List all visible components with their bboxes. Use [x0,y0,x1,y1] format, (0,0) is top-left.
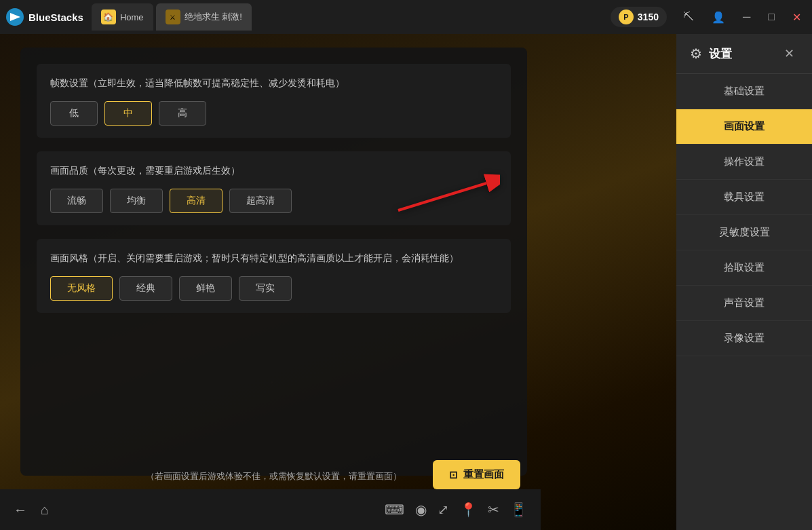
macros-icon[interactable]: ⛏ [678,8,699,26]
sidebar-item-basic-label: 基础设置 [724,85,765,96]
eye-icon[interactable]: ◉ [415,501,427,518]
minimize-button[interactable]: ─ [737,8,756,26]
sidebar-item-recording[interactable]: 录像设置 [676,321,812,356]
home-icon[interactable]: ⌂ [41,502,49,518]
fps-low-button[interactable]: 低 [50,101,98,126]
fps-mid-button[interactable]: 中 [104,101,152,126]
sidebar-item-recording-label: 录像设置 [724,332,765,343]
hint-text: （若画面设置后游戏体验不佳，或需恢复默认设置，请重置画面） [146,471,402,481]
sidebar-item-pickup[interactable]: 拾取设置 [676,250,812,286]
fps-section-title: 帧数设置（立即生效，适当降低帧数可提高稳定性、减少发烫和耗电） [50,76,497,90]
sidebar-item-pickup-label: 拾取设置 [724,261,765,273]
points-icon: P [619,10,634,24]
style-section-title: 画面风格（开启、关闭需要重启游戏；暂时只有特定机型的高清画质以上才能开启，会消耗… [50,251,497,265]
style-classic-button[interactable]: 经典 [119,276,172,301]
keyboard-icon[interactable]: ⌨ [385,501,404,518]
style-none-button[interactable]: 无风格 [50,276,113,301]
sidebar-item-audio[interactable]: 声音设置 [676,286,812,321]
maximize-button[interactable]: □ [762,8,780,26]
location-icon[interactable]: 📍 [460,501,477,518]
reset-label: 重置画面 [463,468,504,481]
phone-icon[interactable]: 📱 [510,501,527,518]
fps-section: 帧数设置（立即生效，适当降低帧数可提高稳定性、减少发烫和耗电） 低 中 高 [37,64,511,138]
sidebar-item-vehicle[interactable]: 载具设置 [676,180,812,215]
sidebar-close-button[interactable]: ✕ [780,45,798,62]
settings-sidebar: ⚙ 设置 ✕ 基础设置 画面设置 操作设置 载具设置 灵敏度设置 拾取设置 声音… [676,34,812,530]
app-name: BlueStacks [28,12,83,23]
quality-section: 画面品质（每次更改，需要重启游戏后生效） 流畅 均衡 高清 超高清 [37,151,511,225]
settings-gear-icon: ⚙ [690,45,702,62]
style-vivid-button[interactable]: 鲜艳 [179,276,232,301]
account-icon[interactable]: 👤 [706,8,731,26]
reset-icon: ⊡ [449,469,458,481]
main-container: 帧数设置（立即生效，适当降低帧数可提高稳定性、减少发烫和耗电） 低 中 高 画面… [0,34,812,530]
points-display: P 3150 [611,7,667,27]
fullscreen-icon[interactable]: ⤢ [438,501,449,518]
titlebar: BlueStacks 🏠 Home ⚔ 绝地求生 刺激! P 3150 ⛏ 👤 … [0,0,812,34]
fps-btn-group: 低 中 高 [50,101,497,126]
quality-section-title: 画面品质（每次更改，需要重启游戏后生效） [50,164,497,178]
sidebar-item-sensitivity[interactable]: 灵敏度设置 [676,215,812,250]
back-icon[interactable]: ← [14,502,27,518]
window-controls: ⛏ 👤 ─ □ ✕ [678,8,807,26]
style-section: 画面风格（开启、关闭需要重启游戏；暂时只有特定机型的高清画质以上才能开启，会消耗… [37,239,511,313]
sidebar-item-vehicle-label: 载具设置 [724,191,765,202]
sidebar-item-sensitivity-label: 灵敏度设置 [719,226,770,238]
home-tab-label: Home [120,12,144,22]
tab-game[interactable]: ⚔ 绝地求生 刺激! [156,3,252,31]
game-background: 帧数设置（立即生效，适当降低帧数可提高稳定性、减少发烫和耗电） 低 中 高 画面… [0,34,676,530]
sidebar-item-basic[interactable]: 基础设置 [676,74,812,109]
home-tab-icon: 🏠 [101,10,116,24]
bs-logo-icon [5,7,24,26]
quality-ultrahd-button[interactable]: 超高清 [229,189,292,213]
game-tab-label: 绝地求生 刺激! [185,11,242,23]
tab-home[interactable]: 🏠 Home [92,3,153,31]
sidebar-item-audio-label: 声音设置 [724,297,765,308]
style-realistic-button[interactable]: 写实 [239,276,292,301]
style-btn-group: 无风格 经典 鲜艳 写实 [50,276,497,301]
settings-panel: 帧数设置（立即生效，适当降低帧数可提高稳定性、减少发烫和耗电） 低 中 高 画面… [20,48,527,476]
quality-smooth-button[interactable]: 流畅 [50,189,103,213]
points-value: 3150 [638,12,659,22]
sidebar-header: ⚙ 设置 ✕ [676,34,812,74]
quality-hd-button[interactable]: 高清 [170,189,223,213]
close-button[interactable]: ✕ [787,8,807,26]
quality-balanced-button[interactable]: 均衡 [110,189,163,213]
scissors-icon[interactable]: ✂ [488,501,499,518]
sidebar-title: 设置 [709,46,732,62]
sidebar-item-display[interactable]: 画面设置 [676,109,812,145]
reset-button[interactable]: ⊡ 重置画面 [433,460,520,489]
sidebar-item-controls[interactable]: 操作设置 [676,145,812,180]
toolbar-right: ⌨ ◉ ⤢ 📍 ✂ 📱 [385,501,527,518]
fps-high-button[interactable]: 高 [159,101,206,126]
toolbar-left: ← ⌂ [14,502,49,518]
bottom-toolbar: ← ⌂ ⌨ ◉ ⤢ 📍 ✂ 📱 [0,489,541,530]
bluestacks-logo: BlueStacks [5,7,83,26]
sidebar-item-display-label: 画面设置 [724,120,765,132]
sidebar-header-content: ⚙ 设置 [690,45,732,62]
game-tab-icon: ⚔ [166,10,180,24]
sidebar-item-controls-label: 操作设置 [724,155,765,167]
quality-btn-group: 流畅 均衡 高清 超高清 [50,189,497,213]
